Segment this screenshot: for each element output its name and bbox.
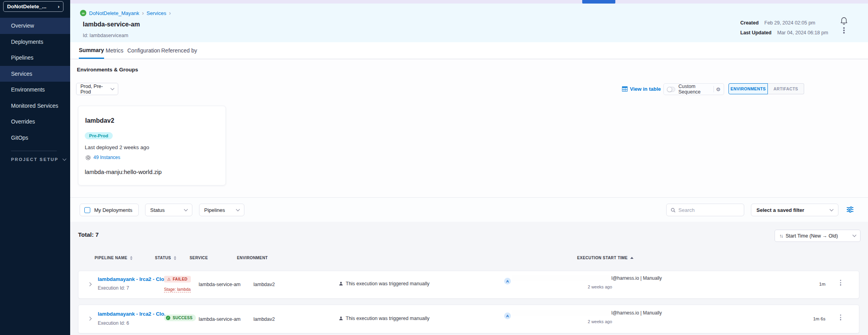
created-value: Feb 29, 2024 02:05 pm xyxy=(764,20,815,26)
last-deployed-text: Last deployed 2 weeks ago xyxy=(85,144,149,150)
environments-groups-heading: Environments & Groups xyxy=(77,67,138,73)
chevron-down-icon xyxy=(830,207,834,211)
expand-chevron-icon[interactable] xyxy=(88,282,92,286)
environments-artifacts-segmented: ENVIRONMENTS ARTIFACTS xyxy=(728,83,804,94)
column-header-pipeline-name[interactable]: PIPELINE NAME xyxy=(95,256,132,260)
top-nav-active-indicator xyxy=(582,0,615,4)
instances-link[interactable]: 49 Instances xyxy=(86,155,120,160)
custom-sequence-group: Custom Sequence ⚙ xyxy=(663,83,724,95)
custom-sequence-toggle[interactable] xyxy=(667,87,675,92)
sidebar-item-gitops[interactable]: GitOps xyxy=(0,130,70,146)
column-header-execution-start-time[interactable]: EXECUTION START TIME xyxy=(577,256,633,260)
tab-configuration[interactable]: Configuration xyxy=(127,42,160,59)
execution-row[interactable]: lambdamayank - lrca2 - Clo... Execution … xyxy=(78,305,859,333)
sidebar-project-setup[interactable]: PROJECT SETUP xyxy=(11,157,66,162)
app-window: DoNotDelete_... › Overview Deployments P… xyxy=(0,0,868,335)
status-filter-dropdown[interactable]: Status xyxy=(145,204,192,216)
custom-sequence-label: Custom Sequence xyxy=(678,84,711,95)
notification-bell-icon[interactable] xyxy=(840,16,848,26)
pipeline-name-link[interactable]: lambdamayank - lrca2 - Clo... xyxy=(98,276,168,282)
chevron-down-icon xyxy=(63,157,67,161)
filter-sliders-icon[interactable] xyxy=(847,206,853,214)
user-icon xyxy=(339,316,343,321)
my-deployments-checkbox[interactable] xyxy=(84,207,90,213)
cd-module-icon: ∞ xyxy=(80,10,86,16)
saved-filter-dropdown[interactable]: Select a saved filter xyxy=(751,204,838,216)
sort-icon xyxy=(174,256,176,260)
failed-stage-link[interactable]: Stage: lambda xyxy=(164,287,191,292)
tab-metrics[interactable]: Metrics xyxy=(106,42,123,59)
sidebar-item-services[interactable]: Services xyxy=(0,66,70,82)
segment-artifacts-button[interactable]: ARTIFACTS xyxy=(768,83,804,94)
view-in-table-link[interactable]: View in table xyxy=(622,86,661,92)
breadcrumb-project-link[interactable]: DoNotDelete_Mayank xyxy=(89,10,139,16)
breadcrumb-services-link[interactable]: Services xyxy=(147,10,166,16)
start-time-ago: 2 weeks ago xyxy=(588,284,612,289)
tab-referenced-by[interactable]: Referenced by xyxy=(161,42,197,59)
search-input[interactable] xyxy=(678,207,734,213)
table-icon xyxy=(622,86,628,92)
instances-icon xyxy=(86,155,91,160)
sort-dropdown[interactable]: ↑↓ Start Time (New → Old) xyxy=(775,230,861,242)
environment-card[interactable]: lambdav2 Pre-Prod Last deployed 2 weeks … xyxy=(78,106,226,185)
created-label: Created xyxy=(740,20,759,26)
page-title: lambda-service-am xyxy=(83,21,140,28)
triggered-by-user: l@harness.io | Manually xyxy=(611,310,662,316)
sort-icon xyxy=(130,256,132,260)
project-selector-label: DoNotDelete_... xyxy=(7,4,47,9)
search-box xyxy=(666,204,744,216)
user-avatar: A xyxy=(504,278,511,284)
sort-ascending-icon xyxy=(630,257,633,259)
artifact-name: lambda-manju:hello-world.zip xyxy=(85,168,162,175)
pipeline-name-link[interactable]: lambdamayank - lrca2 - Clo... xyxy=(98,311,168,317)
sidebar-item-overview[interactable]: Overview xyxy=(0,18,70,34)
start-time-ago: 2 weeks ago xyxy=(588,319,612,324)
warning-icon: ⚠ xyxy=(167,277,171,281)
sidebar-item-monitored-services[interactable]: Monitored Services xyxy=(0,98,70,114)
sidebar-item-deployments[interactable]: Deployments xyxy=(0,34,70,50)
sidebar: DoNotDelete_... › Overview Deployments P… xyxy=(0,0,70,335)
breadcrumb-separator: › xyxy=(142,10,144,16)
breadcrumb: ∞ DoNotDelete_Mayank › Services › xyxy=(80,10,171,16)
column-header-environment[interactable]: ENVIRONMENT xyxy=(237,256,268,260)
user-icon xyxy=(339,281,343,286)
execution-duration: 1m xyxy=(819,282,825,286)
redacted-username xyxy=(512,310,611,316)
sidebar-divider xyxy=(11,151,57,151)
expand-chevron-icon[interactable] xyxy=(88,316,92,320)
execution-id: Execution Id: 7 xyxy=(98,285,129,291)
execution-row[interactable]: lambdamayank - lrca2 - Clo... Execution … xyxy=(78,271,859,299)
segment-environments-button[interactable]: ENVIRONMENTS xyxy=(728,83,768,94)
sidebar-item-overrides[interactable]: Overrides xyxy=(0,114,70,130)
chevron-down-icon xyxy=(853,233,857,237)
page-header: ∞ DoNotDelete_Mayank › Services › lambda… xyxy=(70,4,868,42)
pipelines-filter-dropdown[interactable]: Pipelines xyxy=(199,204,244,216)
chevron-right-icon: › xyxy=(58,4,60,9)
sidebar-item-pipelines[interactable]: Pipelines xyxy=(0,50,70,66)
chevron-down-icon xyxy=(236,207,240,211)
environment-filter-dropdown[interactable]: Prod, Pre-Prod xyxy=(76,83,118,95)
tab-summary[interactable]: Summary xyxy=(79,42,104,59)
column-header-status[interactable]: STATUS xyxy=(155,256,176,260)
project-selector-button[interactable]: DoNotDelete_... › xyxy=(3,1,63,12)
gear-icon[interactable]: ⚙ xyxy=(716,86,721,92)
check-icon: ✓ xyxy=(166,316,170,320)
redacted-username xyxy=(512,275,611,281)
total-count: Total: 7 xyxy=(78,231,99,238)
execution-id: Execution Id: 6 xyxy=(98,320,129,326)
row-kebab-menu[interactable] xyxy=(840,314,841,320)
service-cell: lambda-service-am xyxy=(199,316,240,322)
search-icon xyxy=(671,208,676,213)
sidebar-nav: Overview Deployments Pipelines Services … xyxy=(0,18,70,146)
tab-bar: Summary Metrics Configuration Referenced… xyxy=(70,42,868,59)
row-kebab-menu[interactable] xyxy=(840,280,841,286)
header-kebab-menu[interactable] xyxy=(843,27,845,34)
environment-name: lambdav2 xyxy=(85,117,114,124)
trigger-note: This execution was triggered manually xyxy=(339,316,430,321)
column-header-service[interactable]: SERVICE xyxy=(190,256,208,260)
trigger-note: This execution was triggered manually xyxy=(339,281,430,286)
service-cell: lambda-service-am xyxy=(199,282,240,287)
divider xyxy=(713,86,714,92)
sidebar-item-environments[interactable]: Environments xyxy=(0,82,70,98)
my-deployments-checkbox-button[interactable]: My Deployments xyxy=(80,204,139,216)
